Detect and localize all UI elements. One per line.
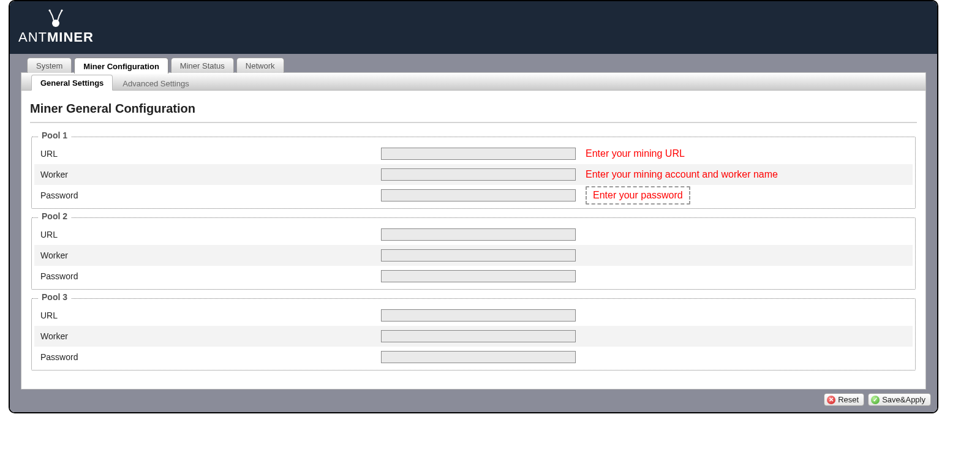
cancel-icon: ✕	[827, 396, 835, 404]
pool-3-url-row: URL	[34, 305, 913, 326]
pool-2-legend: Pool 2	[38, 211, 71, 221]
app-window: ANTMINER System Miner Configuration Mine…	[9, 0, 938, 413]
pool-3-url-label: URL	[38, 311, 381, 320]
save-apply-button[interactable]: ✓ Save&Apply	[868, 393, 931, 406]
tab-network[interactable]: Network	[236, 58, 284, 73]
svg-point-1	[49, 9, 51, 11]
title-divider	[30, 122, 917, 123]
sub-tabs: General Settings Advanced Settings	[21, 72, 925, 91]
brand-prefix: ANT	[18, 29, 47, 45]
pool-2-worker-label: Worker	[38, 250, 381, 260]
antminer-icon	[48, 9, 64, 28]
tab-miner-status[interactable]: Miner Status	[171, 58, 234, 73]
pool-3: Pool 3 URL Worker Password	[31, 298, 916, 371]
pool-2-worker-input[interactable]	[381, 249, 576, 262]
svg-point-2	[61, 9, 63, 11]
pool-1-url-input[interactable]	[381, 148, 576, 160]
pool-3-worker-label: Worker	[38, 331, 381, 341]
pool-2-password-input[interactable]	[381, 270, 576, 282]
pool-2-password-row: Password	[34, 266, 913, 287]
button-bar: ✕ Reset ✓ Save&Apply	[10, 390, 937, 412]
pool-2-url-input[interactable]	[381, 228, 576, 241]
top-banner: ANTMINER	[10, 1, 937, 54]
reset-button[interactable]: ✕ Reset	[824, 393, 864, 406]
save-apply-button-label: Save&Apply	[882, 395, 925, 404]
pool-1-worker-row: Worker Enter your mining account and wor…	[34, 164, 913, 185]
pool-3-password-row: Password	[34, 347, 913, 367]
reset-button-label: Reset	[838, 395, 859, 404]
pool-3-password-input[interactable]	[381, 351, 576, 363]
pool-3-worker-row: Worker	[34, 326, 913, 347]
svg-point-0	[52, 20, 59, 27]
pool-2: Pool 2 URL Worker Password	[31, 217, 916, 290]
pool-1-password-row: Password Enter your password	[34, 185, 913, 206]
pool-2-url-label: URL	[38, 230, 381, 239]
pool-1-url-hint: Enter your mining URL	[586, 148, 685, 159]
pool-2-worker-row: Worker	[34, 245, 913, 266]
pool-1-password-input[interactable]	[381, 189, 576, 201]
pool-1-worker-input[interactable]	[381, 168, 576, 181]
pool-3-worker-input[interactable]	[381, 330, 576, 342]
tab-system[interactable]: System	[27, 58, 72, 73]
pool-1-password-hint: Enter your password	[586, 186, 690, 205]
pool-1-password-label: Password	[38, 190, 381, 200]
brand-suffix: MINER	[47, 29, 94, 45]
pool-1-legend: Pool 1	[38, 130, 71, 140]
subtab-general-settings[interactable]: General Settings	[31, 75, 113, 91]
pool-2-password-label: Password	[38, 271, 381, 281]
workspace: System Miner Configuration Miner Status …	[10, 54, 937, 412]
pool-1-worker-label: Worker	[38, 170, 381, 179]
tab-miner-configuration[interactable]: Miner Configuration	[74, 58, 168, 73]
check-icon: ✓	[871, 396, 880, 404]
pool-2-url-row: URL	[34, 224, 913, 245]
brand-logo: ANTMINER	[18, 9, 94, 45]
pool-3-url-input[interactable]	[381, 309, 576, 322]
subtab-advanced-settings[interactable]: Advanced Settings	[114, 76, 197, 91]
pool-3-legend: Pool 3	[38, 292, 71, 302]
panel-content: Miner General Configuration Pool 1 URL E…	[21, 91, 925, 389]
pool-1-url-row: URL Enter your mining URL	[34, 143, 913, 164]
pool-1-worker-hint: Enter your mining account and worker nam…	[586, 169, 778, 180]
pool-1-url-label: URL	[38, 149, 381, 159]
primary-tabs: System Miner Configuration Miner Status …	[10, 54, 937, 72]
config-panel: General Settings Advanced Settings Miner…	[21, 72, 926, 390]
pool-1: Pool 1 URL Enter your mining URL Worker …	[31, 137, 916, 209]
page-title: Miner General Configuration	[30, 102, 917, 116]
pool-3-password-label: Password	[38, 352, 381, 362]
